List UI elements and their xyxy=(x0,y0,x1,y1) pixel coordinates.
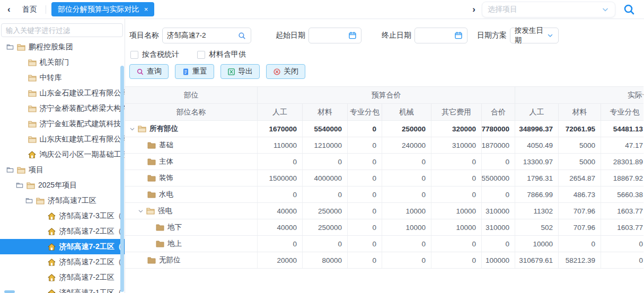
top-tab-bar: ‹ 首页 部位分解预算与实际对比 × › 选择项目 xyxy=(0,0,644,19)
value-cell: 0 xyxy=(348,252,382,268)
value-cell: 348996.37 xyxy=(515,121,559,137)
date-scheme-select[interactable]: 按发生日期 xyxy=(510,28,559,43)
value-cell: 0 xyxy=(431,236,482,252)
part-name-label: 所有部位 xyxy=(149,124,178,134)
tree-item[interactable]: 中转库 xyxy=(0,70,125,85)
tree-item[interactable]: 2025年项目 xyxy=(0,177,125,193)
tree-item[interactable]: 济邹高速7-2工区（ xyxy=(0,239,125,254)
query-button[interactable]: 查询 xyxy=(129,64,169,79)
start-date-input[interactable] xyxy=(308,28,361,43)
tree-item-label: 济邹高速7-2工区（ xyxy=(59,227,122,236)
part-name-cell: 地上 xyxy=(125,236,258,252)
expander-icon[interactable] xyxy=(6,166,15,173)
tree-item[interactable]: 山东金石建设工程有限公司 xyxy=(0,85,125,101)
tree-item[interactable]: 济宁金虹装配式建筑科技 xyxy=(0,116,125,131)
folder-open-icon xyxy=(138,125,147,132)
tree-item-label: 中转库 xyxy=(40,73,62,83)
tab-close-icon[interactable]: × xyxy=(144,5,148,13)
value-cell: 707.96 xyxy=(559,219,601,235)
table-column-header-row: 部位名称人工材料专业分包机械其它费用合价人工材料专业分包 xyxy=(125,104,643,121)
tree-item[interactable]: 济邹高速7-2工区（ xyxy=(0,254,125,270)
chevron-down-icon[interactable] xyxy=(601,5,610,14)
value-cell: 310000 xyxy=(431,137,482,153)
table-row[interactable]: 无部位 2000080000000100000310679.6158212.39… xyxy=(125,252,643,269)
value-cell: 0 xyxy=(559,236,601,252)
table-row[interactable]: 地下 4000025000001000010000310000502707.96… xyxy=(125,219,643,236)
folder-open-icon xyxy=(146,207,155,215)
value-cell: 80000 xyxy=(303,252,348,268)
tree-item[interactable]: 济邹高速7-1工区（ xyxy=(0,285,125,293)
tree-item-label: 济邹高速7-2工区 xyxy=(59,273,114,282)
reset-button[interactable]: 重置 xyxy=(175,64,214,79)
tree-item[interactable]: 鸿庆公司小区一期基础工程 xyxy=(0,147,125,162)
table-row[interactable]: 强电 400002500000100001000031000011302707.… xyxy=(125,203,643,219)
excel-export-icon xyxy=(227,68,235,76)
table-row[interactable]: 水电 0000007866.99486.735660.38 xyxy=(125,187,643,203)
project-name-input[interactable]: 济邹高速7-2 xyxy=(162,28,251,43)
global-search-icon[interactable] xyxy=(623,3,636,16)
tree-item-label: 鹏程控股集团 xyxy=(29,42,73,52)
home-icon xyxy=(48,259,57,266)
tree-filter-input[interactable] xyxy=(1,23,123,37)
tree-item[interactable]: 鹏程控股集团 xyxy=(0,39,125,55)
export-button[interactable]: 导出 xyxy=(220,64,260,79)
forward-chevron-icon[interactable]: › xyxy=(466,4,482,15)
value-cell: 502 xyxy=(515,219,559,235)
tree-item[interactable]: 济邹高速7工区 xyxy=(0,193,125,208)
tree-item[interactable]: 项目 xyxy=(0,162,125,177)
chevron-down-icon[interactable] xyxy=(138,208,145,214)
column-header: 其它费用 xyxy=(431,104,482,120)
table-row[interactable]: 地上 0000001000000 xyxy=(125,236,643,252)
expander-icon[interactable] xyxy=(6,43,15,50)
tab-home[interactable]: 首页 xyxy=(18,5,46,14)
main-panel: 项目名称 济邹高速7-2 起始日期 终止日期 日期方案 xyxy=(125,19,643,293)
back-chevron-icon[interactable]: ‹ xyxy=(0,4,18,15)
horizontal-scrollbar[interactable] xyxy=(4,290,15,293)
value-cell: 310679.61 xyxy=(515,252,559,268)
value-cell: 5000 xyxy=(559,154,601,170)
table-row[interactable]: 基础 1100001210000024000031000018700004050… xyxy=(125,137,643,154)
value-cell: 250000 xyxy=(303,203,348,219)
part-name-label: 主体 xyxy=(159,157,173,166)
expander-icon[interactable] xyxy=(16,182,24,189)
table-row[interactable]: 所有部位 16700005540000025000032000077800003… xyxy=(125,121,643,137)
checkbox-include-tax[interactable]: 按含税统计 xyxy=(130,50,179,59)
vertical-scrollbar[interactable] xyxy=(120,66,124,292)
tree-item-label: 济邹高速7-2工区（ xyxy=(59,242,122,252)
tree-item[interactable]: 机关部门 xyxy=(0,55,125,70)
value-cell: 0 xyxy=(431,252,482,268)
project-select-input[interactable]: 选择项目 xyxy=(482,2,615,17)
table-row[interactable]: 装饰 1500000400000000055000001796.312654.8… xyxy=(125,170,643,187)
chevron-down-icon[interactable] xyxy=(546,32,554,39)
calendar-icon[interactable] xyxy=(454,31,463,40)
calendar-icon[interactable] xyxy=(348,31,357,40)
value-cell: 0 xyxy=(482,236,515,252)
search-icon[interactable] xyxy=(237,31,246,40)
tree-item[interactable]: 济邹高速7-2工区（ xyxy=(0,224,125,239)
tab-active-part-budget-compare[interactable]: 部位分解预算与实际对比 × xyxy=(51,2,155,16)
value-cell: 58212.39 xyxy=(559,252,601,268)
checkbox-material-owner-supplied[interactable]: 材料含甲供 xyxy=(197,50,246,59)
column-header: 机械 xyxy=(382,104,431,120)
table-row[interactable]: 主体 00000013300.97500028301.89 xyxy=(125,154,643,170)
end-date-input[interactable] xyxy=(414,28,467,43)
chevron-down-icon[interactable] xyxy=(129,126,137,132)
folder-icon xyxy=(147,141,156,149)
checkbox-box[interactable] xyxy=(197,51,205,59)
tree-item[interactable]: 济邹高速7-3工区（ xyxy=(0,208,125,224)
expander-icon[interactable] xyxy=(25,197,34,204)
value-cell: 0 xyxy=(601,252,643,268)
part-name-label: 无部位 xyxy=(159,255,181,265)
tree-item[interactable]: 山东庆虹建筑工程有限公司 xyxy=(0,131,125,147)
document-icon xyxy=(182,68,190,76)
tree-item[interactable]: 济宁金桥装配式桥梁大构件 xyxy=(0,101,125,116)
checkbox-box[interactable] xyxy=(130,51,138,59)
value-cell: 0 xyxy=(482,154,515,170)
tree-item[interactable]: 济邹高速7-2工区 xyxy=(0,270,125,285)
budget-actual-table: 部位 预算合价 实际合价 部位名称人工材料专业分包机械其它费用合价人工材料专业分… xyxy=(125,86,643,269)
table-body: 所有部位 16700005540000025000032000077800003… xyxy=(125,121,643,269)
close-button[interactable]: 关闭 xyxy=(266,64,305,79)
tree-item-label: 2025年项目 xyxy=(38,181,77,190)
value-cell: 0 xyxy=(258,187,303,202)
group-header-actual-total: 实际合价 xyxy=(515,87,643,103)
